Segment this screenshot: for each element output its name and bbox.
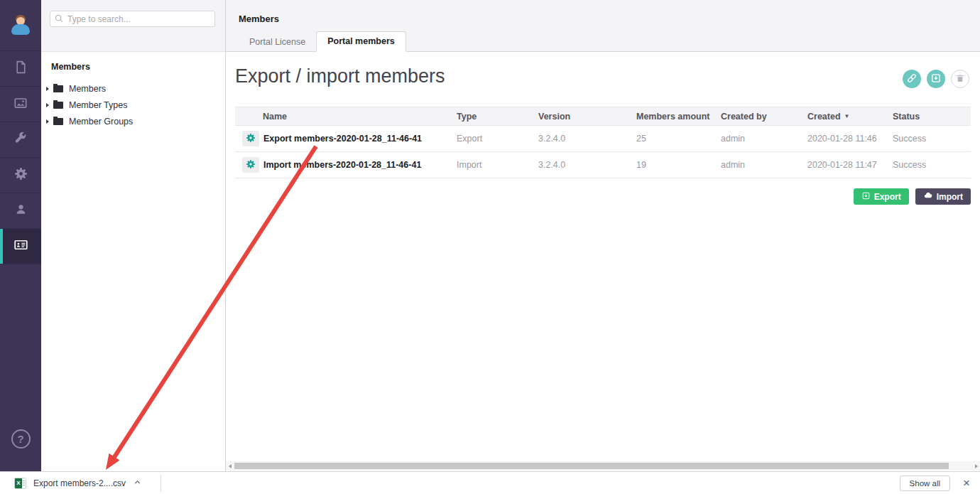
table-row[interactable]: Export members-2020-01-28_11-46-41 Expor… bbox=[235, 126, 971, 152]
row-actions-button[interactable] bbox=[242, 131, 259, 146]
row-version: 3.2.4.0 bbox=[538, 134, 636, 144]
tree-item-label: Member Types bbox=[69, 100, 127, 110]
link-icon bbox=[906, 73, 918, 86]
export-button-label: Export bbox=[874, 192, 901, 202]
content-heading: Export / import members bbox=[235, 65, 445, 87]
table-header-row: Name Type Version Members amount Created… bbox=[235, 107, 971, 126]
main-header: Members Portal License Portal members bbox=[226, 0, 980, 52]
id-card-icon bbox=[13, 237, 29, 256]
tree-item-label: Members bbox=[69, 84, 106, 94]
column-header[interactable]: Created by bbox=[721, 112, 807, 122]
horizontal-scrollbar[interactable] bbox=[226, 461, 980, 471]
column-header-label: Created bbox=[807, 112, 841, 122]
scroll-right-arrow[interactable] bbox=[972, 461, 980, 471]
column-header[interactable]: Members amount bbox=[636, 112, 721, 122]
row-type: Import bbox=[457, 160, 538, 170]
column-header[interactable]: Version bbox=[538, 112, 636, 122]
rail-item-members[interactable] bbox=[0, 229, 41, 264]
search-icon bbox=[54, 14, 64, 26]
column-header[interactable]: Type bbox=[457, 112, 538, 122]
row-version: 3.2.4.0 bbox=[538, 160, 636, 170]
rail-item-users[interactable] bbox=[0, 193, 41, 229]
close-download-bar-button[interactable]: × bbox=[962, 477, 971, 489]
caret-up-icon[interactable] bbox=[133, 477, 142, 490]
tree-search-area bbox=[41, 0, 225, 52]
show-all-button[interactable]: Show all bbox=[900, 476, 950, 491]
row-created: 2020-01-28 11:46 bbox=[807, 134, 893, 144]
import-button[interactable]: Import bbox=[915, 188, 971, 205]
export-archive-button[interactable] bbox=[927, 70, 945, 88]
rail-item-developer[interactable] bbox=[0, 158, 41, 193]
row-actions-button[interactable] bbox=[242, 157, 259, 173]
tab-bar: Portal License Portal members bbox=[239, 31, 406, 52]
delete-button[interactable] bbox=[951, 70, 969, 88]
gear-icon bbox=[246, 133, 256, 145]
sidebar-rail: ? bbox=[0, 0, 41, 471]
gear-icon bbox=[13, 166, 28, 184]
tree-item-member-groups[interactable]: Member Groups bbox=[41, 113, 225, 129]
header-action-buttons bbox=[903, 70, 969, 88]
tree-panel: Members Members Member Types Member Grou… bbox=[41, 0, 226, 471]
wrench-icon bbox=[13, 131, 28, 149]
download-bar-divider bbox=[160, 475, 161, 492]
row-members-amount: 25 bbox=[636, 134, 721, 144]
link-button[interactable] bbox=[903, 70, 921, 88]
tree-section-title: Members bbox=[51, 62, 225, 72]
download-file-name: Export members-2....csv bbox=[33, 478, 126, 488]
row-status: Success bbox=[893, 160, 971, 170]
table-row[interactable]: Import members-2020-01-28_11-46-41 Impor… bbox=[235, 152, 971, 178]
download-box-icon bbox=[861, 191, 871, 203]
caret-right-icon[interactable] bbox=[46, 103, 49, 107]
tab-portal-members[interactable]: Portal members bbox=[316, 31, 405, 52]
rail-item-content[interactable] bbox=[0, 51, 41, 87]
import-button-label: Import bbox=[937, 192, 963, 202]
rail-item-media[interactable] bbox=[0, 87, 41, 122]
row-created-by: admin bbox=[721, 134, 807, 144]
row-members-amount: 19 bbox=[636, 160, 721, 170]
export-import-table: Name Type Version Members amount Created… bbox=[235, 107, 971, 178]
scrollbar-track[interactable] bbox=[234, 462, 972, 470]
folder-icon bbox=[53, 85, 63, 92]
gear-icon bbox=[246, 159, 256, 171]
main-content: Export / import members Name Type Versio… bbox=[226, 52, 980, 461]
folder-icon bbox=[53, 118, 63, 125]
export-button[interactable]: Export bbox=[854, 188, 909, 205]
row-created: 2020-01-28 11:47 bbox=[807, 160, 893, 170]
tree-item-members[interactable]: Members bbox=[41, 80, 225, 97]
column-header[interactable]: Name bbox=[235, 112, 457, 122]
document-icon bbox=[13, 60, 28, 77]
image-icon bbox=[13, 95, 28, 114]
trash-icon bbox=[955, 73, 965, 85]
tree-item-member-types[interactable]: Member Types bbox=[41, 97, 225, 113]
row-status: Success bbox=[893, 134, 971, 144]
export-import-buttons: Export Import bbox=[854, 188, 971, 205]
row-created-by: admin bbox=[721, 160, 807, 170]
row-name[interactable]: Import members-2020-01-28_11-46-41 bbox=[263, 160, 421, 170]
excel-file-icon: X bbox=[14, 478, 26, 489]
rail-item-settings[interactable] bbox=[0, 122, 41, 158]
folder-icon bbox=[53, 102, 63, 109]
caret-right-icon[interactable] bbox=[46, 87, 49, 91]
scroll-left-arrow[interactable] bbox=[226, 461, 234, 471]
column-header-sorted[interactable]: Created ▼ bbox=[807, 112, 893, 122]
row-type: Export bbox=[457, 134, 538, 144]
user-icon bbox=[13, 202, 28, 220]
page-title: Members bbox=[239, 14, 279, 24]
scrollbar-thumb[interactable] bbox=[234, 463, 949, 469]
download-file-chip[interactable]: X Export members-2....csv bbox=[0, 472, 151, 494]
search-input[interactable] bbox=[50, 11, 215, 27]
browser-download-bar: X Export members-2....csv Show all × bbox=[0, 471, 980, 494]
download-box-icon bbox=[930, 73, 942, 86]
sort-desc-icon: ▼ bbox=[844, 113, 850, 119]
user-avatar[interactable] bbox=[0, 0, 41, 51]
cloud-icon bbox=[923, 190, 933, 203]
tree-item-label: Member Groups bbox=[69, 117, 133, 127]
row-name[interactable]: Export members-2020-01-28_11-46-41 bbox=[263, 134, 422, 144]
avatar-illustration bbox=[9, 14, 33, 37]
help-icon[interactable]: ? bbox=[11, 429, 31, 449]
column-header[interactable]: Status bbox=[893, 112, 971, 122]
tab-portal-license[interactable]: Portal License bbox=[239, 33, 316, 52]
caret-right-icon[interactable] bbox=[46, 119, 49, 124]
